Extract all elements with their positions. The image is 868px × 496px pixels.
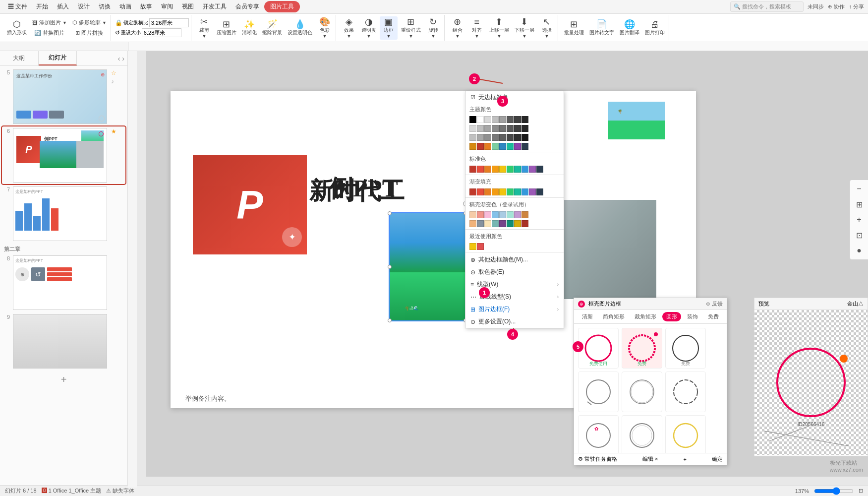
rotate-btn[interactable]: ↻ 旋转 ▼ [424, 16, 442, 40]
slide-item-9[interactable]: 9 [2, 312, 125, 370]
menu-story[interactable]: 故事 [136, 1, 156, 12]
print-btn[interactable]: 🖨 图片打印 [643, 19, 667, 37]
menu-review[interactable]: 审阅 [157, 1, 177, 12]
font-missing-label[interactable]: ⚠ 缺失字体 [106, 487, 134, 495]
mg-6[interactable] [507, 211, 514, 218]
frame-tab-free[interactable]: 免费 [704, 312, 723, 321]
frame-item-4[interactable] [578, 372, 619, 412]
t3-3[interactable] [484, 134, 491, 141]
translate-btn[interactable]: 🌐 图片翻译 [618, 19, 641, 37]
no-border-option[interactable]: ☑ 无边框颜色 [465, 91, 564, 104]
t4-8[interactable] [521, 143, 528, 150]
img-to-text-btn[interactable]: 📄 图片转文字 [587, 19, 616, 37]
t3-1[interactable] [469, 134, 476, 141]
gc-2[interactable] [477, 188, 484, 195]
slide-item-5[interactable]: 5 这是某种工作作份 ⊕ ☆ ♪ [2, 68, 125, 125]
frame-tab-circle[interactable]: 圆形 [662, 312, 681, 321]
crop-dropdown-icon[interactable]: ▼ [202, 34, 206, 39]
theme-color-4[interactable] [492, 116, 499, 123]
menu-picture-tool[interactable]: 图片工具 [264, 1, 300, 12]
mg-8[interactable] [521, 211, 528, 218]
up-layer-dropdown-icon[interactable]: ▼ [497, 34, 501, 39]
frame-item-6[interactable] [665, 372, 706, 412]
theme-color-1[interactable] [469, 116, 476, 123]
sc-5[interactable] [499, 166, 506, 173]
select-dropdown-icon[interactable]: ▼ [544, 34, 549, 39]
frame-item-9[interactable] [665, 415, 706, 453]
t4-3[interactable] [484, 143, 491, 150]
reshape-dropdown-icon[interactable]: ▼ [408, 34, 413, 39]
edit-footer-icon[interactable]: 编辑 × [642, 455, 658, 463]
mg-15[interactable] [514, 220, 521, 227]
color-effect-btn[interactable]: 🎨 色彩 ▼ [316, 16, 334, 40]
crop-btn[interactable]: ✂ 裁剪 ▼ [195, 16, 213, 40]
sc-3[interactable] [484, 166, 491, 173]
t3-8[interactable] [521, 134, 528, 141]
frame-tab-cut-rect[interactable]: 裁角矩形 [631, 312, 660, 321]
down-layer-btn[interactable]: ⬇ 下移一层 ▼ [513, 16, 536, 40]
menu-insert[interactable]: 插入 [53, 1, 73, 12]
gc-8[interactable] [521, 188, 528, 195]
menu-animation[interactable]: 动画 [116, 1, 135, 12]
share-btn[interactable]: ↑ 分享 [849, 3, 864, 10]
panel-nav-right[interactable]: › [122, 55, 124, 62]
add-image-btn[interactable]: 🖼 添加图片 ▼ [30, 18, 69, 27]
frame-tab-deco[interactable]: 装饰 [683, 312, 702, 321]
mg-2[interactable] [477, 211, 484, 218]
sel-handle-tl[interactable] [388, 211, 392, 215]
t3-5[interactable] [499, 134, 506, 141]
menu-file[interactable]: ☰ 文件 [4, 1, 31, 12]
slide-item-8[interactable]: 8 这是某种的PPT ⊕ ↺ [2, 254, 125, 311]
t3-2[interactable] [477, 134, 484, 141]
gc-4[interactable] [492, 188, 499, 195]
sc-9[interactable] [529, 166, 536, 173]
mg-7[interactable] [514, 211, 521, 218]
rc-2[interactable] [477, 243, 484, 250]
height-input[interactable] [142, 28, 181, 37]
sc-4[interactable] [492, 166, 499, 173]
replace-image-btn[interactable]: 🔄 替换图片 [30, 28, 69, 38]
menu-devtools[interactable]: 开发工具 [199, 1, 231, 12]
t2-5[interactable] [499, 125, 506, 132]
combine-btn[interactable]: ⊕ 组合 ▼ [449, 16, 466, 40]
image-group-btn[interactable]: ⊞ 图片拼接 [70, 28, 109, 38]
multi-image-btn[interactable]: ⬡ 多形轮廓 ▼ [70, 18, 109, 27]
more-settings-option[interactable]: ⊙ 更多设置(O)... [465, 315, 564, 328]
t3-6[interactable] [507, 134, 514, 141]
theme-color-3[interactable] [484, 116, 491, 123]
mg-5[interactable] [499, 211, 506, 218]
slide-item-7[interactable]: 7 这是某种的PPT [2, 185, 125, 243]
gc-1[interactable] [469, 188, 476, 195]
color-picker-tool-option[interactable]: ⊙ 取色器(E) [465, 266, 564, 278]
sc-7[interactable] [514, 166, 521, 173]
frame-item-1[interactable]: 免费使用 [578, 328, 619, 369]
search-box[interactable]: 🔍 搜找命令，搜索模板 [730, 1, 804, 12]
t2-7[interactable] [514, 125, 521, 132]
t4-4[interactable] [492, 143, 499, 150]
mg-14[interactable] [507, 220, 514, 227]
gc-10[interactable] [536, 188, 543, 195]
rc-1[interactable] [469, 243, 476, 250]
t2-4[interactable] [492, 125, 499, 132]
mg-1[interactable] [469, 211, 476, 218]
gc-6[interactable] [507, 188, 514, 195]
t2-1[interactable] [469, 125, 476, 132]
multi-dropdown-icon[interactable]: ▼ [102, 20, 107, 25]
remove-bg-btn[interactable]: 🪄 抠除背景 [260, 19, 284, 37]
select-btn[interactable]: ↖ 选择 ▼ [538, 16, 556, 40]
up-layer-btn[interactable]: ⬆ 上移一层 ▼ [487, 16, 511, 40]
compress-btn[interactable]: ⊞ 压缩图片 [215, 19, 238, 37]
frame-item-5[interactable] [622, 372, 662, 412]
transparency-btn[interactable]: 💧 设置透明色 [286, 19, 314, 37]
down-layer-dropdown-icon[interactable]: ▼ [522, 34, 526, 39]
effect-dropdown-icon[interactable]: ▼ [347, 34, 351, 39]
tab-slides[interactable]: 幻灯片 [39, 51, 77, 65]
t4-1[interactable] [469, 143, 476, 150]
t4-7[interactable] [514, 143, 521, 150]
sc-1[interactable] [469, 166, 476, 173]
color-effect-dropdown-icon[interactable]: ▼ [322, 34, 327, 39]
mg-12[interactable] [492, 220, 499, 227]
theme-color-7[interactable] [514, 116, 521, 123]
fit-btn[interactable]: ⊡ [859, 488, 863, 494]
collaborate-btn[interactable]: ⊕ 协作 [828, 3, 845, 10]
